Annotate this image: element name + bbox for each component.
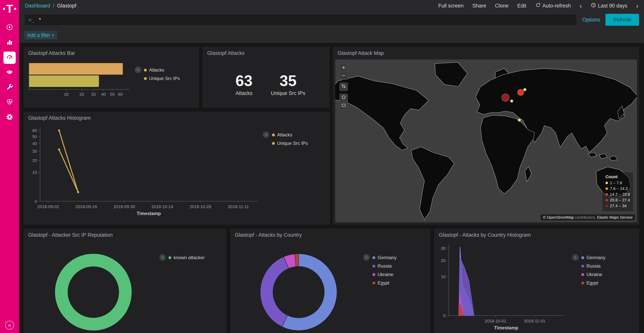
attack-map[interactable]: + − [335,60,637,222]
legend-label: Ukraine [586,272,602,277]
legend-label: Attacks [277,132,292,138]
panel-title: Glastopf Attacks Histogram [24,112,330,124]
polygon-select-button[interactable] [340,94,348,102]
svg-text:60: 60 [118,92,122,97]
attack-point [518,119,520,121]
map-legend-dot [606,187,608,190]
breadcrumb-separator: / [53,3,54,9]
time-range-picker[interactable]: Last 90 days [591,3,627,9]
clone-button[interactable]: Clone [495,3,509,9]
share-button[interactable]: Share [472,3,486,9]
sidebar-collapse-button[interactable]: « [5,321,14,329]
auto-refresh-label: Auto-refresh [542,3,571,9]
legend-dot [144,77,147,80]
by-country-donut-chart [234,243,363,333]
legend-item-egypt[interactable]: Egypt [581,280,606,286]
auto-refresh-button[interactable]: Auto-refresh [535,3,571,9]
metric-value: 63 [226,72,262,90]
by-country-histogram-legend: ›GermanyRussiaUkraineEgypt [572,243,636,333]
legend-label: Unique Src IPs [277,141,308,146]
by-country-histogram-chart: 01020302018-10-012018-11-01Timestamp [438,243,572,333]
legend-item-known-attacker[interactable]: known attacker [168,255,204,260]
top-nav: Dashboard / Glastopf Full screen Share C… [19,0,644,12]
legend-item-germany[interactable]: Germany [581,255,606,260]
legend-toggle-icon[interactable]: › [135,67,141,73]
time-back-chevron-icon[interactable]: ‹ [580,3,582,9]
add-filter-button[interactable]: Add a filter + [24,31,57,40]
map-legend-dot [606,193,608,196]
logo-letter: T [6,3,13,15]
bar-chart-icon [6,38,14,47]
fit-data-bounds-button[interactable] [340,83,348,91]
legend-item-attacks[interactable]: Attacks [272,132,308,138]
sidebar-item-management[interactable] [4,111,16,124]
dashboard-content: Glastopf Attacks Bar 102030405060 ›Attac… [19,43,644,333]
panel-glastopf-attacks: Glastopf Attacks 63 Attacks 35 Unique Sr… [203,47,329,108]
legend-item-russia[interactable]: Russia [581,263,606,269]
legend-item-attacks[interactable]: Attacks [144,67,180,73]
ems-attribution-link[interactable]: Elastic Maps Service [597,215,633,219]
panel-glastopf-attacks-bar: Glastopf Attacks Bar 102030405060 ›Attac… [24,47,198,108]
map-legend-range: 20.8 – 27.4 [610,198,630,202]
panel-title: Glastopf Attacks Bar [24,47,198,59]
svg-text:20: 20 [441,258,446,263]
sidebar-item-discover[interactable] [4,22,16,34]
legend-item-russia[interactable]: Russia [372,263,396,269]
crop-icon [341,84,346,90]
map-controls: + − [340,63,348,110]
refresh-cycle-icon [535,3,540,9]
edit-button[interactable]: Edit [517,3,526,9]
refresh-button[interactable]: Refresh [606,14,639,26]
osm-attribution-link[interactable]: © OpenStreetMap [543,215,574,219]
map-attribution: © OpenStreetMap contributors, Elastic Ma… [541,214,635,220]
legend-toggle-icon[interactable]: › [572,254,579,261]
sidebar-item-monitoring[interactable] [4,97,16,109]
top-nav-actions: Full screen Share Clone Edit Auto-refres… [438,3,638,9]
rectangle-select-button[interactable] [340,102,348,110]
options-link[interactable]: Options [582,17,600,23]
rectangle-icon [341,103,346,109]
app: T [0,0,644,333]
legend-dot [272,134,275,136]
panel-glastopf-attack-map: Glastopf Attack Map [333,47,639,224]
sidebar-item-dashboard[interactable] [4,52,16,64]
query-bar: >_ * Options Refresh [19,12,644,28]
sidebar-item-timelion[interactable] [4,67,16,79]
zoom-in-button[interactable]: + [340,64,348,72]
svg-text:0: 0 [35,199,37,204]
gear-icon [6,113,14,122]
legend-dot [272,142,275,145]
legend-item-ukraine[interactable]: Ukraine [372,272,396,277]
svg-text:20: 20 [79,92,84,97]
query-input[interactable]: >_ * [24,14,577,26]
main: Dashboard / Glastopf Full screen Share C… [19,0,644,333]
svg-text:30: 30 [441,246,446,251]
legend-toggle-icon[interactable]: › [159,254,166,261]
sidebar-item-dev-tools[interactable] [4,82,16,94]
attacks-histogram-chart: 01020304050602018-09-022018-09-162018-09… [28,126,263,217]
legend-item-germany[interactable]: Germany [372,255,396,260]
svg-text:50: 50 [32,134,37,139]
map-legend-title: Count [606,174,630,179]
legend-toggle-icon[interactable]: › [363,254,370,261]
legend-toggle-icon[interactable]: › [263,131,269,138]
legend-item-unique-src-ips[interactable]: Unique Src IPs [144,76,180,81]
legend-label: Germany [378,255,396,260]
polygon-icon [341,95,346,101]
time-forward-chevron-icon[interactable]: › [636,3,638,9]
compass-icon [6,24,14,32]
legend-item-egypt[interactable]: Egypt [372,280,396,286]
sidebar-item-visualize[interactable] [4,37,16,49]
full-screen-button[interactable]: Full screen [438,3,464,9]
legend-item-ukraine[interactable]: Ukraine [581,272,606,277]
breadcrumb-dashboard[interactable]: Dashboard [25,3,50,9]
svg-text:0: 0 [443,313,446,318]
legend-label: Ukraine [378,272,394,277]
map-legend: Count 1 – 7.67.6 – 14.214.2 – 20.820.8 –… [602,172,633,211]
legend-dot [372,273,375,276]
zoom-out-button[interactable]: − [340,72,348,80]
svg-text:20: 20 [32,158,37,163]
legend-item-unique-src-ips[interactable]: Unique Src IPs [272,141,308,146]
attack-point [524,88,526,91]
legend-label: Germany [586,255,606,260]
